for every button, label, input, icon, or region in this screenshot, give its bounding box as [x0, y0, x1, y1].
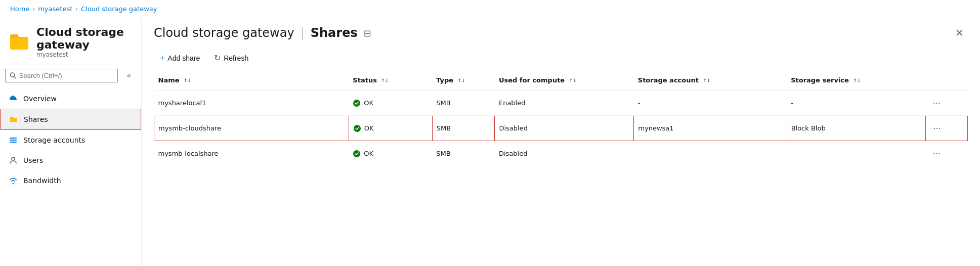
sidebar-item-shares[interactable]: Shares — [0, 109, 141, 130]
sidebar-item-overview[interactable]: Overview — [0, 88, 141, 109]
sidebar-title-area: Cloud storage gateway myasetest — [36, 26, 133, 58]
breadcrumb-sep-2: › — [75, 6, 78, 13]
content-area: Cloud storage gateway | Shares ⊟ ✕ + Add… — [142, 18, 980, 266]
add-share-label: Add share — [167, 54, 200, 62]
cloud-icon — [8, 94, 18, 104]
col-header-type[interactable]: Type ↑↓ — [432, 70, 495, 91]
col-header-actions — [926, 70, 968, 91]
cell-account-0: - — [634, 91, 787, 116]
cell-service-1: Block Blob — [787, 116, 926, 141]
breadcrumb: Home › myasetest › Cloud storage gateway — [0, 0, 980, 18]
cell-type-0: SMB — [432, 91, 495, 116]
cell-service-2: - — [787, 141, 926, 166]
sidebar-header: Cloud storage gateway myasetest — [0, 18, 141, 64]
person-icon — [8, 155, 18, 165]
folder-icon-large — [8, 31, 30, 53]
col-header-service[interactable]: Storage service ↑↓ — [787, 70, 926, 91]
toolbar: + Add share ↻ Refresh — [142, 46, 980, 70]
folder-nav-icon — [9, 114, 19, 124]
cell-service-0: - — [787, 91, 926, 116]
search-bar[interactable] — [5, 69, 118, 82]
cell-account-2: - — [634, 141, 787, 166]
list-icon — [8, 135, 18, 145]
sidebar-title: Cloud storage gateway — [36, 26, 133, 51]
refresh-button[interactable]: ↻ Refresh — [208, 50, 254, 66]
shares-table: Name ↑↓ Status ↑↓ Type ↑↓ — [154, 70, 968, 166]
page-container: Home › myasetest › Cloud storage gateway… — [0, 0, 980, 266]
svg-rect-3 — [10, 140, 17, 141]
col-header-name[interactable]: Name ↑↓ — [154, 70, 349, 91]
sidebar-item-storage-accounts[interactable]: Storage accounts — [0, 130, 141, 150]
sort-arrows-name: ↑↓ — [184, 78, 191, 83]
sort-arrows-account: ↑↓ — [703, 78, 711, 83]
sidebar-item-shares-label: Shares — [24, 115, 48, 123]
col-header-compute[interactable]: Used for compute ↑↓ — [495, 70, 634, 91]
breadcrumb-sep-1: › — [32, 6, 35, 13]
sidebar-subtitle: myasetest — [36, 51, 133, 58]
sidebar: Cloud storage gateway myasetest « — [0, 18, 142, 266]
search-bar-row: « — [0, 64, 141, 86]
svg-line-1 — [14, 76, 16, 78]
content-header: Cloud storage gateway | Shares ⊟ ✕ — [142, 18, 980, 46]
main-layout: Cloud storage gateway myasetest « — [0, 18, 980, 266]
sort-arrows-type: ↑↓ — [458, 78, 465, 83]
cell-status-0: OK — [349, 91, 432, 116]
table-container: Name ↑↓ Status ↑↓ Type ↑↓ — [142, 70, 980, 266]
search-input[interactable] — [19, 72, 113, 79]
content-title-section: Shares — [311, 26, 358, 40]
svg-rect-2 — [10, 138, 17, 139]
title-divider: | — [301, 26, 305, 40]
table-header-row: Name ↑↓ Status ↑↓ Type ↑↓ — [154, 70, 968, 91]
collapse-sidebar-button[interactable]: « — [122, 68, 136, 82]
col-header-status[interactable]: Status ↑↓ — [349, 70, 432, 91]
ok-check-icon — [353, 124, 361, 132]
add-icon: + — [160, 54, 164, 63]
ok-check-icon — [353, 99, 361, 107]
cell-actions-1: ··· — [926, 116, 968, 141]
breadcrumb-home[interactable]: Home — [10, 5, 29, 13]
refresh-label: Refresh — [224, 54, 248, 62]
breadcrumb-resource[interactable]: myasetest — [38, 5, 72, 13]
sidebar-item-bandwidth-label: Bandwidth — [23, 176, 61, 185]
close-button[interactable]: ✕ — [951, 25, 968, 41]
sort-arrows-status: ↑↓ — [381, 78, 389, 83]
svg-point-5 — [12, 157, 15, 160]
cell-actions-2: ··· — [926, 141, 968, 166]
sidebar-item-users-label: Users — [23, 156, 43, 164]
cell-actions-0: ··· — [926, 91, 968, 116]
svg-rect-4 — [10, 142, 17, 143]
cell-status-2: OK — [349, 141, 432, 166]
cell-name-2: mysmb-localshare — [154, 141, 349, 166]
sidebar-item-bandwidth[interactable]: Bandwidth — [0, 170, 141, 191]
content-title: Cloud storage gateway | Shares ⊟ — [154, 26, 371, 40]
cell-compute-1: Disabled — [495, 116, 634, 141]
content-title-resource: Cloud storage gateway — [154, 26, 294, 40]
table-row[interactable]: mysmb-cloudshare OK SMB Disabled mynewsa… — [154, 116, 968, 141]
table-row[interactable]: mysmb-localshare OK SMB Disabled - - ··· — [154, 141, 968, 166]
sort-arrows-compute: ↑↓ — [569, 78, 577, 83]
sidebar-item-users[interactable]: Users — [0, 150, 141, 170]
cell-account-1: mynewsa1 — [634, 116, 787, 141]
add-share-button[interactable]: + Add share — [154, 51, 206, 66]
sidebar-item-storage-accounts-label: Storage accounts — [23, 136, 85, 144]
breadcrumb-current: Cloud storage gateway — [81, 5, 157, 13]
col-header-account[interactable]: Storage account ↑↓ — [634, 70, 787, 91]
wifi-icon — [8, 175, 18, 186]
more-options-button-0[interactable]: ··· — [930, 97, 944, 109]
more-options-button-2[interactable]: ··· — [930, 147, 944, 160]
cell-type-1: SMB — [432, 116, 495, 141]
table-row[interactable]: mysharelocal1 OK SMB Enabled - - ··· — [154, 91, 968, 116]
more-options-button-1[interactable]: ··· — [930, 122, 944, 135]
sidebar-item-overview-label: Overview — [23, 95, 57, 103]
sort-arrows-service: ↑↓ — [853, 78, 861, 83]
cell-name-0: mysharelocal1 — [154, 91, 349, 116]
cell-status-1: OK — [349, 116, 432, 141]
cell-compute-0: Enabled — [495, 91, 634, 116]
cell-type-2: SMB — [432, 141, 495, 166]
print-icon[interactable]: ⊟ — [364, 28, 371, 38]
cell-name-1: mysmb-cloudshare — [154, 116, 349, 141]
refresh-icon: ↻ — [214, 53, 221, 63]
search-icon — [10, 72, 16, 79]
cell-compute-2: Disabled — [495, 141, 634, 166]
nav-items: Overview Shares — [0, 86, 141, 193]
